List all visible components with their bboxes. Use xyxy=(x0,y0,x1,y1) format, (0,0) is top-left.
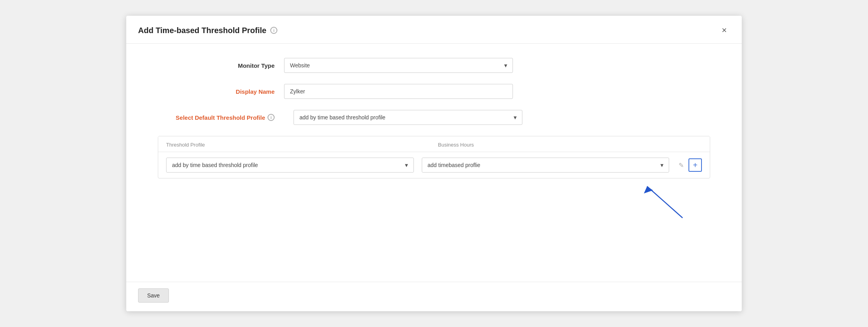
monitor-type-row: Monitor Type Website URL DNS Ping ▼ xyxy=(158,58,710,73)
display-name-label: Display Name xyxy=(158,88,284,95)
display-name-control xyxy=(284,84,513,99)
display-name-input[interactable] xyxy=(284,84,513,99)
dialog-title-row: Add Time-based Threshold Profile i xyxy=(138,26,277,35)
table-row: add by time based threshold profile ▼ ad… xyxy=(158,152,710,178)
row-business-hours-wrapper: add timebased proflie ▼ xyxy=(422,158,670,173)
threshold-profile-row: Select Default Threshold Profile i add b… xyxy=(158,110,710,125)
col-header-business-hours: Business Hours xyxy=(438,142,702,148)
info-icon[interactable]: i xyxy=(270,27,277,34)
table-header: Threshold Profile Business Hours xyxy=(158,136,710,152)
svg-line-0 xyxy=(647,186,683,218)
col-header-threshold-profile: Threshold Profile xyxy=(166,142,430,148)
time-profile-table: Threshold Profile Business Hours add by … xyxy=(158,136,710,178)
close-button[interactable]: × xyxy=(718,24,730,36)
arrow-annotation xyxy=(158,190,710,222)
arrow-icon xyxy=(635,182,698,222)
threshold-profile-select-wrapper: add by time based threshold profile ▼ xyxy=(294,110,522,125)
dialog-footer: Save xyxy=(126,282,742,311)
dialog-body: Monitor Type Website URL DNS Ping ▼ Disp… xyxy=(126,44,742,282)
edit-icon[interactable]: ✎ xyxy=(677,160,685,171)
row-threshold-profile-wrapper: add by time based threshold profile ▼ xyxy=(166,158,414,173)
add-threshold-profile-dialog: Add Time-based Threshold Profile i × Mon… xyxy=(126,16,742,311)
add-row-button[interactable]: + xyxy=(688,158,702,172)
dialog-title: Add Time-based Threshold Profile xyxy=(138,26,266,35)
threshold-profile-control: add by time based threshold profile ▼ xyxy=(294,110,522,125)
monitor-type-control: Website URL DNS Ping ▼ xyxy=(284,58,513,73)
row-actions: ✎ + xyxy=(677,158,702,172)
dialog-header: Add Time-based Threshold Profile i × xyxy=(126,16,742,44)
row-threshold-profile-select[interactable]: add by time based threshold profile xyxy=(166,158,414,173)
save-button[interactable]: Save xyxy=(138,288,169,303)
threshold-profile-select[interactable]: add by time based threshold profile xyxy=(294,110,522,125)
display-name-row: Display Name xyxy=(158,84,710,99)
monitor-type-label: Monitor Type xyxy=(158,62,284,69)
svg-marker-1 xyxy=(644,186,653,193)
monitor-type-select[interactable]: Website URL DNS Ping xyxy=(284,58,513,73)
threshold-profile-label-row: Select Default Threshold Profile i xyxy=(158,114,284,121)
row-business-hours-select[interactable]: add timebased proflie xyxy=(422,158,670,173)
monitor-type-select-wrapper: Website URL DNS Ping ▼ xyxy=(284,58,513,73)
threshold-profile-label: Select Default Threshold Profile xyxy=(176,114,265,121)
threshold-profile-info-icon[interactable]: i xyxy=(268,114,275,121)
